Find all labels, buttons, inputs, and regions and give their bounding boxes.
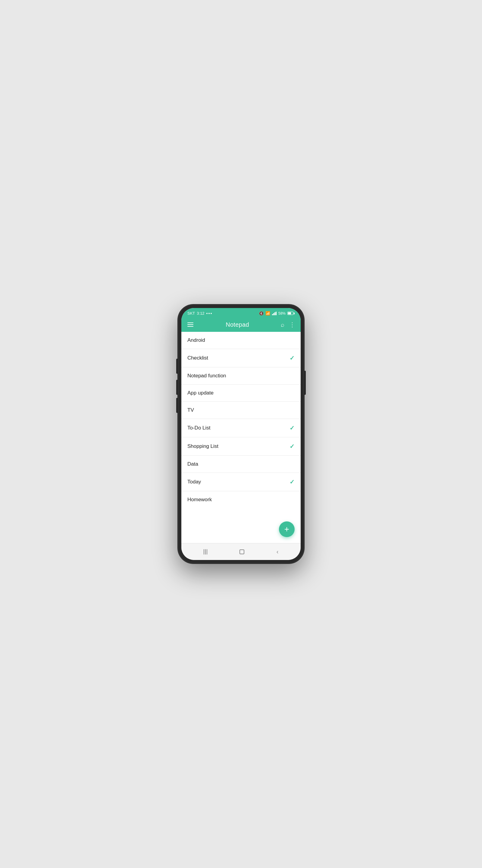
phone-device: SKT 3:12 🔇 📶 bbox=[178, 304, 304, 564]
note-list: AndroidChecklist✓Notepad functionApp upd… bbox=[181, 332, 301, 508]
signal-bar-2 bbox=[273, 313, 274, 315]
list-item[interactable]: TV bbox=[181, 402, 301, 419]
note-label: Checklist bbox=[187, 355, 208, 361]
checkmark-icon: ✓ bbox=[289, 443, 295, 450]
battery-fill bbox=[288, 312, 291, 314]
time-text: 3:12 bbox=[197, 311, 204, 315]
list-item[interactable]: Shopping List✓ bbox=[181, 437, 301, 456]
more-options-icon[interactable]: ⋮ bbox=[289, 320, 296, 329]
list-item[interactable]: To-Do List✓ bbox=[181, 419, 301, 437]
back-button[interactable]: ‹ bbox=[273, 547, 282, 556]
battery-icon bbox=[287, 312, 295, 315]
battery-tip bbox=[294, 313, 295, 314]
app-title: Notepad bbox=[195, 321, 280, 328]
list-item[interactable]: Checklist✓ bbox=[181, 349, 301, 367]
wifi-icon: 📶 bbox=[265, 311, 270, 315]
nav-bar: ‹ bbox=[181, 543, 301, 560]
menu-line-2 bbox=[187, 324, 193, 325]
home-button[interactable] bbox=[236, 548, 248, 555]
dot-1 bbox=[206, 313, 207, 314]
dot-3 bbox=[211, 313, 212, 314]
note-label: App update bbox=[187, 390, 214, 396]
battery-percent: 58% bbox=[278, 311, 286, 315]
menu-button[interactable] bbox=[186, 321, 195, 328]
status-dots bbox=[206, 313, 212, 314]
search-icon[interactable]: ⌕ bbox=[280, 321, 285, 329]
note-label: TV bbox=[187, 407, 194, 413]
note-label: Data bbox=[187, 461, 198, 467]
status-left: SKT 3:12 bbox=[187, 311, 212, 315]
recent-apps-button[interactable] bbox=[200, 548, 211, 556]
nav-line-1 bbox=[204, 549, 204, 555]
checkmark-icon: ✓ bbox=[289, 424, 295, 432]
note-label: Android bbox=[187, 337, 205, 343]
nav-line-3 bbox=[207, 549, 207, 555]
note-label: To-Do List bbox=[187, 425, 211, 431]
list-item[interactable]: App update bbox=[181, 384, 301, 402]
dot-2 bbox=[208, 313, 210, 314]
signal-icon bbox=[272, 312, 277, 315]
list-item[interactable]: Today✓ bbox=[181, 473, 301, 491]
note-label: Shopping List bbox=[187, 443, 218, 450]
list-item[interactable]: Android bbox=[181, 332, 301, 349]
note-label: Homework bbox=[187, 497, 212, 503]
checkmark-icon: ✓ bbox=[289, 478, 295, 486]
status-right: 🔇 📶 58% bbox=[259, 311, 295, 315]
add-note-button[interactable]: + bbox=[279, 521, 295, 537]
carrier-text: SKT bbox=[187, 311, 195, 315]
status-bar: SKT 3:12 🔇 📶 bbox=[181, 308, 301, 317]
menu-line-3 bbox=[187, 326, 193, 327]
fab-plus-icon: + bbox=[284, 524, 289, 534]
battery-body bbox=[287, 312, 293, 315]
signal-bar-3 bbox=[275, 312, 275, 315]
list-item[interactable]: Data bbox=[181, 456, 301, 473]
app-bar-actions: ⌕ ⋮ bbox=[280, 320, 296, 329]
back-chevron-icon: ‹ bbox=[277, 548, 279, 555]
home-square-icon bbox=[239, 550, 244, 554]
nav-line-2 bbox=[205, 549, 206, 555]
note-label: Today bbox=[187, 479, 201, 485]
list-item[interactable]: Notepad function bbox=[181, 367, 301, 384]
app-bar: Notepad ⌕ ⋮ bbox=[181, 317, 301, 332]
phone-screen: SKT 3:12 🔇 📶 bbox=[181, 308, 301, 560]
recent-lines bbox=[204, 549, 207, 555]
mute-icon: 🔇 bbox=[259, 311, 264, 315]
fab-container: + bbox=[279, 521, 295, 537]
signal-bar-1 bbox=[272, 314, 273, 315]
menu-line-1 bbox=[187, 322, 193, 323]
checkmark-icon: ✓ bbox=[289, 354, 295, 362]
signal-bar-4 bbox=[276, 312, 277, 315]
note-list-container: AndroidChecklist✓Notepad functionApp upd… bbox=[181, 332, 301, 543]
note-label: Notepad function bbox=[187, 373, 226, 379]
list-item[interactable]: Homework bbox=[181, 491, 301, 508]
